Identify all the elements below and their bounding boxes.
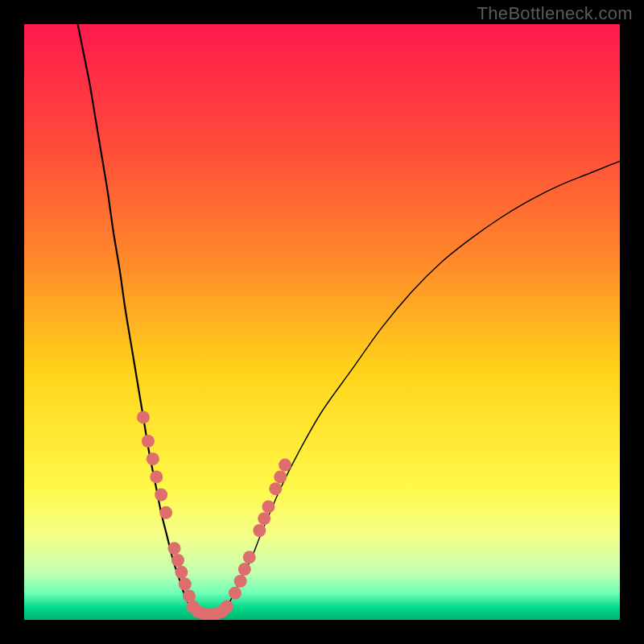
marker-dot <box>167 542 180 555</box>
marker-dot <box>147 452 159 465</box>
plot-area <box>24 24 620 620</box>
marker-dot <box>179 578 192 591</box>
bottleneck-chart <box>24 24 620 620</box>
marker-dot <box>155 489 167 502</box>
marker-dot <box>137 411 150 423</box>
marker-dot <box>253 524 266 537</box>
marker-dot <box>243 551 256 564</box>
marker-dot <box>171 554 184 567</box>
marker-dot <box>150 470 163 483</box>
marker-dot <box>269 482 282 495</box>
marker-dot <box>229 587 242 600</box>
marker-dot <box>279 459 291 472</box>
marker-dot <box>175 566 188 579</box>
chart-frame: TheBottleneck.com <box>0 0 644 644</box>
marker-dot <box>238 563 251 576</box>
marker-dot <box>258 512 270 525</box>
gradient-background <box>24 24 620 620</box>
marker-dot <box>159 506 172 519</box>
marker-dot <box>142 435 155 448</box>
marker-dot <box>221 601 233 613</box>
marker-dot <box>262 500 275 513</box>
watermark-label: TheBottleneck.com <box>477 3 633 24</box>
marker-dot <box>234 575 247 588</box>
marker-dot <box>274 470 287 483</box>
